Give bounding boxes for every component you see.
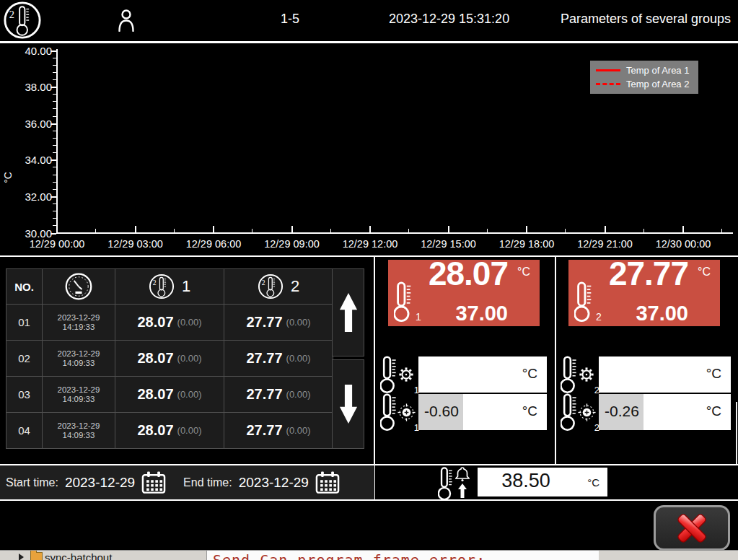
column-header-temp2: 2 — [224, 269, 333, 304]
column-header-temp2-number: 2 — [291, 277, 299, 296]
row-date: 2023-12-29 — [58, 349, 100, 359]
table-row-no: 02 — [6, 341, 42, 376]
scroll-up-button[interactable] — [332, 268, 364, 356]
table-row-no: 03 — [6, 377, 42, 412]
x-axis-line — [56, 232, 733, 234]
area2-index: 2 — [596, 311, 602, 323]
area2-unit: °C — [698, 266, 711, 279]
table-row-time: 2023-12-2914:09:33 — [43, 413, 115, 448]
gear-icon — [398, 367, 414, 382]
y-tick-label: 32.00 — [13, 191, 52, 203]
table-row-time: 2023-12-2914:09:33 — [43, 341, 115, 376]
alarm-limit-unit: °C — [587, 476, 599, 489]
strip-bottom-divider — [0, 499, 738, 501]
x-tick-label: 12/30 00:00 — [649, 238, 718, 250]
area2-current-temp: 27.77 — [609, 254, 688, 293]
x-tick-label: 12/29 18:00 — [492, 238, 561, 250]
close-x-icon — [674, 510, 710, 546]
calibration-target-icon — [578, 403, 596, 421]
table-row-time: 2023-12-2914:09:33 — [43, 377, 115, 412]
y-axis-unit-label: °C — [2, 159, 14, 196]
row-date: 2023-12-29 — [58, 385, 100, 395]
calendar-icon[interactable] — [315, 471, 340, 494]
area1-offset-unit: °C — [522, 403, 537, 419]
area1-current-temp: 28.07 — [429, 254, 508, 293]
scroll-down-button[interactable] — [332, 359, 364, 449]
row-time: 14:09:33 — [63, 359, 95, 368]
thermometer-icon — [380, 393, 399, 432]
x-tick-label: 12/29 06:00 — [179, 238, 248, 250]
user-icon[interactable] — [117, 9, 136, 32]
alarm-bell-up-icon — [455, 466, 470, 498]
thermometer-icon — [574, 281, 594, 323]
y-tick-label: 40.00 — [13, 45, 52, 57]
alarm-limit-bar: 38.50 °C — [376, 465, 738, 499]
thermometer-icon — [438, 466, 455, 501]
column-header-no: NO. — [6, 269, 42, 304]
area2-set-temp-input[interactable]: °C — [599, 356, 731, 393]
header-bar: 1-5 2023-12-29 15:31:20 Parameters of se… — [0, 0, 738, 43]
table-row-temp1: 28.07(0.00) — [115, 413, 224, 448]
end-date-value[interactable]: 2023-12-29 — [239, 475, 309, 491]
area1-index: 1 — [416, 311, 421, 323]
area1-setpoint-display: 37.00 — [455, 302, 508, 325]
area1-offset-input[interactable]: -0.60 °C — [418, 394, 547, 430]
row-date: 2023-12-29 — [58, 421, 100, 431]
area1-offset-value-box: -0.60 — [418, 394, 463, 430]
row-time: 14:09:33 — [63, 395, 95, 404]
table-row-temp2: 27.77(0.00) — [224, 377, 333, 412]
table-row-temp2: 27.77(0.00) — [224, 305, 333, 340]
area2-temperature-display: 27.77 °C 37.00 2 — [568, 260, 720, 326]
tree-expander-icon[interactable] — [19, 554, 24, 560]
thermometer-icon — [561, 355, 579, 394]
group-range-label: 1-5 — [281, 12, 299, 27]
area2-offset-value-box: -0.26 — [599, 394, 643, 430]
start-date-value[interactable]: 2023-12-29 — [65, 475, 135, 491]
start-time-label: Start time: — [6, 476, 58, 489]
gear-icon — [579, 367, 594, 382]
background-log-pane: Send Can program frame error: — [206, 551, 599, 560]
close-button[interactable] — [654, 505, 730, 551]
legend-line-solid-red — [596, 69, 620, 71]
column-header-temp1-number: 1 — [182, 277, 190, 296]
column-header-temp1: 1 — [115, 269, 224, 304]
legend-line-dashed-red — [596, 83, 620, 85]
table-row-no: 01 — [6, 305, 42, 340]
table-row-temp2: 27.77(0.00) — [224, 413, 333, 448]
thermometer-logo-icon — [149, 274, 175, 299]
column-header-time — [43, 269, 115, 304]
area1-set-temp-input[interactable]: °C — [418, 356, 547, 393]
row-time: 14:09:33 — [63, 431, 95, 440]
alarm-limit-value: 38.50 — [478, 470, 574, 492]
calendar-icon[interactable] — [141, 471, 166, 494]
y-tick-label: 36.00 — [13, 118, 52, 130]
arrow-down-icon — [339, 385, 358, 424]
thermometer-icon — [380, 355, 399, 394]
tree-item-label[interactable]: sync-batchout — [45, 551, 112, 560]
row-time: 14:19:33 — [63, 323, 95, 332]
area2-offset-input[interactable]: -0.26 °C — [599, 394, 731, 430]
x-tick-label: 12/29 21:00 — [571, 238, 640, 250]
error-log-text: Send Can program frame error: — [213, 551, 486, 560]
row-date: 2023-12-29 — [58, 313, 100, 323]
y-axis-line — [56, 49, 58, 234]
time-filter-bar: Start time: 2023-12-29 End time: 2023-12… — [0, 465, 374, 499]
table-row-temp1: 28.07(0.00) — [115, 377, 224, 412]
area2-setpoint-display: 37.00 — [636, 302, 688, 325]
folder-icon — [30, 552, 43, 560]
page-title: Parameters of several groups — [561, 12, 731, 27]
legend-label: Temp of Area 1 — [626, 65, 689, 76]
thermometer-2-logo-icon — [3, 1, 42, 40]
clock-icon — [64, 272, 93, 301]
alarm-limit-input[interactable]: 38.50 °C — [478, 468, 607, 496]
edge-sliver — [736, 402, 737, 471]
area2-offset-icon: 2 — [561, 393, 599, 433]
background-window-sliver: sync-batchout Send Can program frame err… — [0, 550, 738, 560]
x-tick-label: 12/29 00:00 — [22, 238, 92, 250]
area2-offset-unit: °C — [706, 403, 721, 419]
end-time-label: End time: — [183, 476, 232, 489]
area1-set-temp-unit: °C — [522, 366, 537, 382]
legend-label: Temp of Area 2 — [626, 79, 689, 89]
y-tick-label: 30.00 — [13, 227, 52, 240]
y-tick-label: 34.00 — [13, 154, 52, 166]
